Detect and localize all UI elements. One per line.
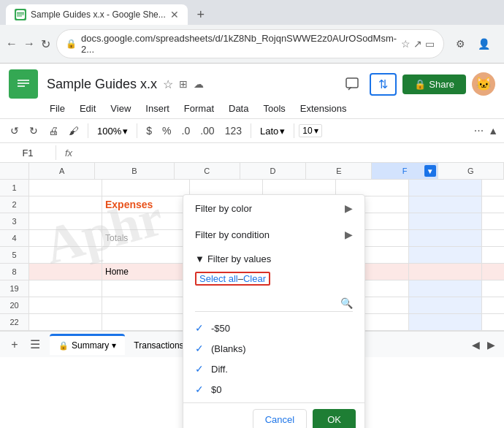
cell-reference-input[interactable] bbox=[6, 148, 50, 158]
menu-tools[interactable]: Tools bbox=[257, 100, 291, 117]
cell-a2[interactable] bbox=[29, 196, 102, 213]
col-header-e[interactable]: E bbox=[306, 163, 372, 179]
cell-b1[interactable] bbox=[102, 180, 190, 196]
collapse-toolbar-button[interactable]: ▲ bbox=[488, 125, 498, 137]
cell-f8[interactable] bbox=[409, 264, 482, 280]
star-icon[interactable]: ☆ bbox=[163, 77, 173, 91]
menu-format[interactable]: Format bbox=[178, 100, 220, 117]
cell-g8[interactable] bbox=[482, 264, 504, 280]
cell-f5[interactable] bbox=[409, 247, 482, 263]
document-title[interactable]: Sample Guides x.x bbox=[47, 77, 157, 92]
ok-button[interactable]: OK bbox=[313, 409, 356, 428]
undo-button[interactable]: ↺ bbox=[6, 122, 23, 140]
decimal-00-button[interactable]: .00 bbox=[196, 122, 218, 140]
menu-insert[interactable]: Insert bbox=[140, 100, 175, 117]
cell-a20[interactable] bbox=[29, 297, 102, 313]
new-tab-button[interactable]: + bbox=[191, 4, 211, 25]
cell-f4[interactable] bbox=[409, 230, 482, 246]
bookmark-icon[interactable]: ☆ bbox=[401, 38, 411, 50]
back-button[interactable]: ← bbox=[6, 34, 18, 54]
cell-a8[interactable] bbox=[29, 264, 102, 280]
share-page-icon[interactable]: ↗ bbox=[413, 38, 422, 50]
menu-edit[interactable]: Edit bbox=[74, 100, 102, 117]
col-header-d[interactable]: D bbox=[240, 163, 306, 179]
cell-f3[interactable] bbox=[409, 213, 482, 229]
decimal-0-button[interactable]: .0 bbox=[177, 122, 195, 140]
cell-g20[interactable] bbox=[482, 297, 504, 313]
cell-e1[interactable] bbox=[336, 180, 409, 196]
cell-g1[interactable] bbox=[482, 180, 504, 196]
paint-format-button[interactable]: 🖌 bbox=[64, 122, 83, 140]
cell-a19[interactable] bbox=[29, 280, 102, 297]
cell-a4[interactable] bbox=[29, 230, 102, 246]
cell-g4[interactable] bbox=[482, 230, 504, 246]
filter-option-1[interactable]: ✓ -$50 bbox=[183, 318, 364, 338]
font-size-dropdown[interactable]: 10 ▾ bbox=[299, 124, 321, 137]
cell-f20[interactable] bbox=[409, 297, 482, 313]
menu-data[interactable]: Data bbox=[223, 100, 254, 117]
cell-d1[interactable] bbox=[263, 180, 336, 196]
number-format-button[interactable]: 123 bbox=[221, 122, 246, 140]
extensions-icon[interactable]: ⚙ bbox=[450, 34, 470, 54]
scroll-right-arrow[interactable]: ▶ bbox=[484, 337, 498, 352]
cell-f2[interactable] bbox=[409, 196, 482, 213]
filter-search-input[interactable] bbox=[195, 294, 340, 311]
col-header-b[interactable]: B bbox=[95, 163, 174, 179]
col-header-c[interactable]: C bbox=[175, 163, 240, 179]
tab-close-button[interactable]: ✕ bbox=[170, 9, 179, 20]
filter-by-color-item[interactable]: Filter by color ▶ bbox=[183, 195, 364, 221]
filter-option-3[interactable]: ✓ Diff. bbox=[183, 359, 364, 379]
drive-sync-button[interactable]: ⇅ bbox=[370, 73, 397, 96]
filter-by-condition-item[interactable]: Filter by condition ▶ bbox=[183, 221, 364, 248]
cell-b22[interactable] bbox=[102, 314, 190, 330]
filter-icon[interactable]: ▼ bbox=[424, 165, 436, 177]
redo-button[interactable]: ↻ bbox=[25, 122, 42, 140]
cell-g19[interactable] bbox=[482, 280, 504, 297]
formula-input[interactable] bbox=[81, 148, 498, 158]
filter-option-2[interactable]: ✓ (Blanks) bbox=[183, 338, 364, 359]
cell-a22[interactable] bbox=[29, 314, 102, 330]
user-avatar[interactable]: 🐱 bbox=[472, 72, 495, 96]
cell-b3[interactable] bbox=[102, 213, 190, 229]
font-dropdown[interactable]: Lato ▾ bbox=[256, 124, 289, 138]
cancel-button[interactable]: Cancel bbox=[253, 409, 307, 428]
select-all-link[interactable]: Select all bbox=[199, 273, 238, 284]
more-options-icon[interactable]: ⋮ bbox=[497, 34, 504, 54]
cell-g2[interactable] bbox=[482, 196, 504, 213]
cell-b5[interactable] bbox=[102, 247, 190, 263]
menu-file[interactable]: File bbox=[44, 100, 71, 117]
print-button[interactable]: 🖨 bbox=[44, 122, 63, 140]
cell-b4[interactable]: Totals bbox=[102, 230, 190, 246]
tab-summary[interactable]: 🔒 Summary ▾ bbox=[50, 334, 125, 355]
all-sheets-button[interactable]: ☰ bbox=[26, 336, 44, 354]
cell-b20[interactable] bbox=[102, 297, 190, 313]
active-tab[interactable]: Sample Guides x.x - Google She... ✕ bbox=[6, 4, 188, 25]
cell-b19[interactable] bbox=[102, 280, 190, 297]
percent-button[interactable]: % bbox=[158, 122, 175, 140]
cell-a3[interactable] bbox=[29, 213, 102, 229]
col-header-a[interactable]: A bbox=[29, 163, 95, 179]
chat-button[interactable] bbox=[340, 72, 364, 96]
cell-f22[interactable] bbox=[409, 314, 482, 330]
profile-icon[interactable]: 👤 bbox=[473, 34, 494, 54]
add-sheet-button[interactable]: + bbox=[6, 336, 23, 354]
clear-link[interactable]: Clear bbox=[243, 273, 266, 284]
currency-button[interactable]: $ bbox=[142, 122, 156, 140]
move-icon[interactable]: ⊞ bbox=[179, 78, 188, 90]
menu-extensions[interactable]: Extensions bbox=[294, 100, 353, 117]
cell-f1[interactable] bbox=[409, 180, 482, 196]
cell-g3[interactable] bbox=[482, 213, 504, 229]
cell-c1[interactable] bbox=[190, 180, 263, 196]
cell-g5[interactable] bbox=[482, 247, 504, 263]
filter-option-4[interactable]: ✓ $0 bbox=[183, 379, 364, 400]
cell-f19[interactable] bbox=[409, 280, 482, 297]
address-bar[interactable]: 🔒 docs.google.com/spreadsheets/d/1kZ8Nb_… bbox=[56, 29, 444, 58]
share-button[interactable]: 🔒 Share bbox=[402, 74, 466, 94]
menu-view[interactable]: View bbox=[104, 100, 137, 117]
more-toolbar-button[interactable]: ··· bbox=[474, 124, 484, 137]
cast-icon[interactable]: ▭ bbox=[425, 38, 435, 50]
col-header-f[interactable]: F ▼ bbox=[372, 163, 438, 179]
cell-a5[interactable] bbox=[29, 247, 102, 263]
cell-b2[interactable]: Expenses bbox=[102, 196, 190, 213]
reload-button[interactable]: ↻ bbox=[41, 34, 50, 54]
